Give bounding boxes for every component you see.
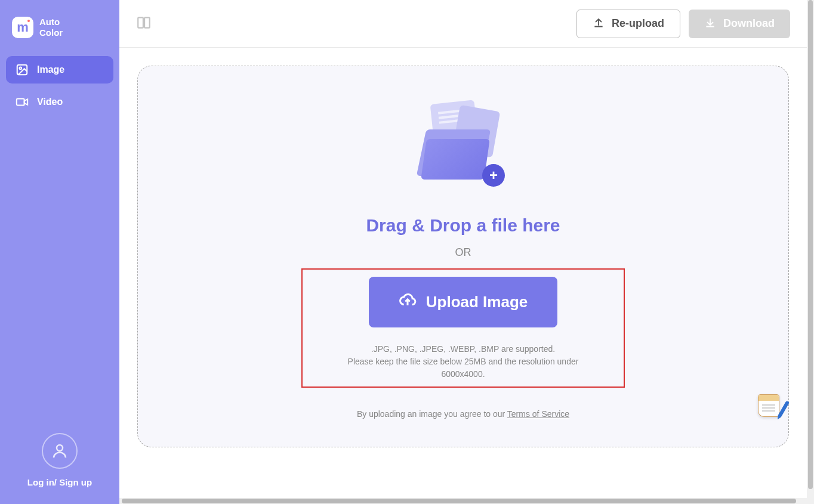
sidebar-nav: Image Video (0, 50, 119, 122)
dropzone-or: OR (455, 246, 471, 259)
dropzone-title: Drag & Drop a file here (366, 215, 560, 236)
sidebar: m Auto Color Image Video Log in/ Sign up (0, 0, 119, 504)
notepad-icon (758, 394, 779, 417)
video-icon (16, 95, 29, 109)
avatar-icon[interactable] (42, 433, 78, 469)
svg-point-1 (19, 67, 21, 69)
download-button: Download (689, 10, 790, 38)
main-area: Re-upload Download + Drag & Drop a file … (119, 0, 807, 504)
sidebar-item-label: Video (37, 97, 63, 107)
brand-name: Auto Color (39, 17, 63, 38)
svg-point-3 (57, 445, 63, 451)
terms-text: By uploading an image you agree to our T… (357, 409, 569, 419)
image-icon (16, 63, 29, 76)
sidebar-item-video[interactable]: Video (6, 88, 113, 116)
annotation-highlight: Upload Image .JPG, .PNG, .JPEG, .WEBP, .… (301, 268, 625, 388)
sidebar-item-label: Image (37, 64, 64, 75)
supported-formats-text: .JPG, .PNG, .JPEG, .WEBP, .BMP are suppo… (371, 343, 555, 355)
auth-section: Log in/ Sign up (0, 433, 119, 504)
sidebar-item-image[interactable]: Image (6, 56, 113, 84)
svg-rect-4 (138, 17, 143, 27)
feedback-button[interactable] (758, 394, 784, 420)
upload-image-button[interactable]: Upload Image (369, 277, 557, 327)
dropzone[interactable]: + Drag & Drop a file here OR Upload Imag… (137, 66, 789, 447)
logo-icon: m (12, 17, 33, 38)
login-signup-link[interactable]: Log in/ Sign up (27, 477, 92, 487)
terms-of-service-link[interactable]: Terms of Service (507, 409, 569, 419)
download-icon (704, 16, 716, 31)
brand-logo[interactable]: m Auto Color (0, 0, 119, 50)
upload-icon (593, 16, 605, 31)
svg-rect-5 (144, 17, 150, 27)
compare-icon[interactable] (136, 15, 152, 33)
size-limit-text: Please keep the file size below 25MB and… (326, 355, 600, 381)
reupload-button[interactable]: Re-upload (576, 10, 680, 38)
topbar: Re-upload Download (119, 0, 807, 48)
content: + Drag & Drop a file here OR Upload Imag… (119, 48, 807, 504)
plus-icon: + (482, 164, 505, 187)
horizontal-scrollbar[interactable] (119, 498, 807, 504)
folder-upload-illustration: + (415, 102, 511, 191)
svg-rect-2 (17, 99, 24, 106)
vertical-scrollbar[interactable] (807, 0, 814, 504)
cloud-upload-icon (399, 291, 417, 313)
